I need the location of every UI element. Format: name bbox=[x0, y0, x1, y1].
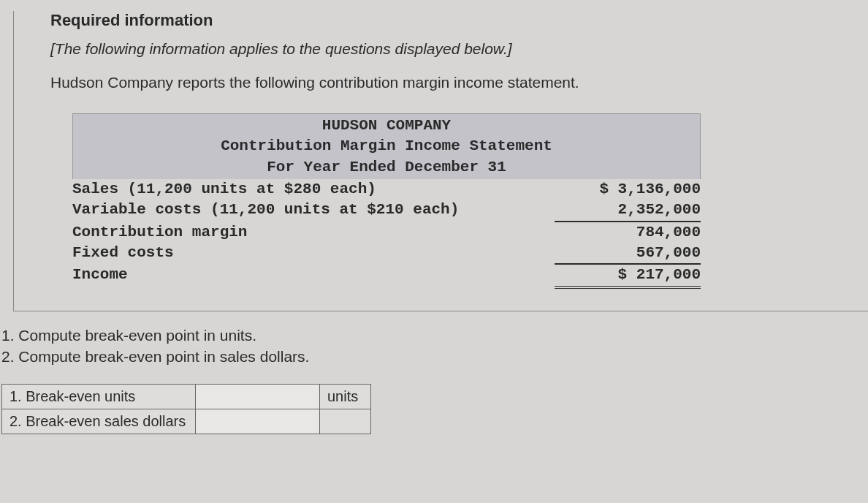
row-variable-costs: Variable costs (11,200 units at $210 eac… bbox=[72, 200, 701, 222]
answer-row-1: 1. Break-even units units bbox=[2, 384, 371, 409]
questions-block: 1. Compute break-even point in units. 2.… bbox=[0, 325, 868, 368]
break-even-units-input[interactable] bbox=[203, 389, 312, 405]
answer-unit-dollars bbox=[320, 409, 371, 434]
intro-text: Hudson Company reports the following con… bbox=[50, 74, 831, 91]
answer-unit-units: units bbox=[320, 384, 371, 409]
row-sales: Sales (11,200 units at $280 each) $ 3,13… bbox=[72, 179, 701, 200]
context-note: [The following information applies to th… bbox=[50, 40, 831, 58]
required-heading: Required information bbox=[50, 11, 831, 30]
answer-row-2: 2. Break-even sales dollars bbox=[2, 409, 371, 434]
answer-label-dollars: 2. Break-even sales dollars bbox=[2, 409, 196, 434]
answer-table: 1. Break-even units units 2. Break-even … bbox=[1, 384, 371, 434]
break-even-dollars-input[interactable] bbox=[203, 414, 312, 430]
answer-input-cell-units bbox=[196, 384, 320, 409]
question-1: 1. Compute break-even point in units. bbox=[1, 325, 868, 346]
row-contribution-margin: Contribution margin 784,000 bbox=[72, 222, 701, 243]
statement-title: Contribution Margin Income Statement bbox=[73, 136, 700, 156]
question-2: 2. Compute break-even point in sales dol… bbox=[1, 346, 868, 367]
income-statement: HUDSON COMPANY Contribution Margin Incom… bbox=[72, 113, 701, 289]
company-name: HUDSON COMPANY bbox=[73, 116, 700, 136]
answer-label-units: 1. Break-even units bbox=[2, 384, 196, 409]
statement-header: HUDSON COMPANY Contribution Margin Incom… bbox=[72, 113, 701, 179]
statement-body: Sales (11,200 units at $280 each) $ 3,13… bbox=[72, 179, 701, 289]
answer-input-cell-dollars bbox=[196, 409, 320, 434]
problem-container: Required information [The following info… bbox=[13, 11, 868, 311]
statement-period: For Year Ended December 31 bbox=[73, 157, 700, 178]
row-income: Income $ 217,000 bbox=[72, 265, 701, 288]
row-fixed-costs: Fixed costs 567,000 bbox=[72, 243, 701, 265]
